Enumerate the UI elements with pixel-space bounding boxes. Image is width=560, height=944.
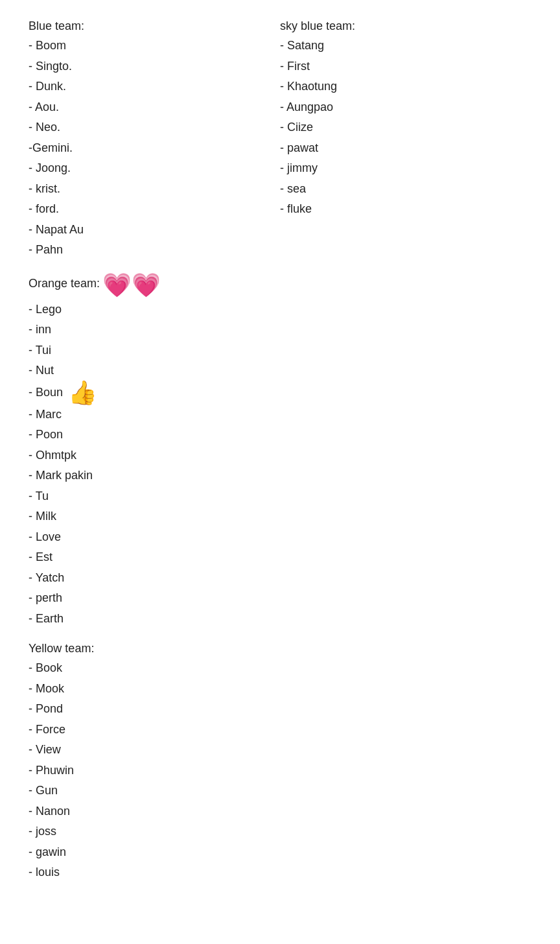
list-item: - Satang <box>280 36 531 56</box>
list-item: - louis <box>29 862 531 883</box>
blue-team-section: Blue team: - Boom - Singto. - Dunk. - Ao… <box>29 19 280 261</box>
list-item: - Poon <box>29 425 531 445</box>
list-item: - Yatch <box>29 568 531 589</box>
list-item: - Phuwin <box>29 761 531 781</box>
list-item: - Love <box>29 527 531 548</box>
list-item: -Gemini. <box>29 138 280 159</box>
list-item: - Neo. <box>29 117 280 138</box>
skyblue-team-title: sky blue team: <box>280 19 531 33</box>
orange-team-title-row: Orange team: 💗💗 <box>29 274 531 297</box>
skyblue-team-column: sky blue team: - Satang - First - Khaotu… <box>280 19 531 274</box>
list-item: - Force <box>29 720 531 740</box>
list-item: - View <box>29 740 531 761</box>
list-item: - joss <box>29 821 531 842</box>
list-item: - fluke <box>280 199 531 220</box>
list-item: - jimmy <box>280 158 531 179</box>
list-item: - Gun <box>29 781 531 801</box>
list-item: - Khaotung <box>280 77 531 97</box>
hearts-emoji: 💗💗 <box>102 274 161 297</box>
list-item: - Boun 👍 <box>29 381 531 405</box>
orange-team-section: Orange team: 💗💗 - Lego - inn - Tui - Nut… <box>29 274 531 630</box>
list-item: - Ciize <box>280 117 531 138</box>
list-item: - pawat <box>280 138 531 159</box>
orange-team-title: Orange team: <box>29 277 100 290</box>
yellow-team-title: Yellow team: <box>29 642 531 655</box>
list-item: - Milk <box>29 506 531 527</box>
list-item: - Mook <box>29 679 531 700</box>
thumbsup-emoji: 👍 <box>68 381 97 405</box>
list-item: - krist. <box>29 179 280 200</box>
list-item: - Nut <box>29 360 531 381</box>
blue-team-title: Blue team: <box>29 19 280 33</box>
skyblue-team-section: sky blue team: - Satang - First - Khaotu… <box>280 19 531 220</box>
list-item: - Pahn <box>29 240 280 261</box>
list-item: - Mark pakin <box>29 466 531 486</box>
list-item: - Dunk. <box>29 77 280 97</box>
blue-team-column: Blue team: - Boom - Singto. - Dunk. - Ao… <box>29 19 280 274</box>
list-item: - Est <box>29 547 531 568</box>
list-item: - First <box>280 56 531 77</box>
list-item: - Lego <box>29 300 531 320</box>
list-item: - ford. <box>29 199 280 220</box>
list-item: - Aou. <box>29 97 280 118</box>
yellow-team-section: Yellow team: - Book - Mook - Pond - Forc… <box>29 642 531 883</box>
list-item: - Marc <box>29 405 531 425</box>
list-item: - perth <box>29 588 531 609</box>
list-item: - Ohmtpk <box>29 445 531 466</box>
list-item: - gawin <box>29 842 531 863</box>
list-item: - Aungpao <box>280 97 531 118</box>
list-item: - Napat Au <box>29 220 280 241</box>
list-item: - sea <box>280 179 531 200</box>
list-item: - Earth <box>29 609 531 630</box>
list-item: - Book <box>29 658 531 679</box>
list-item: - inn <box>29 320 531 340</box>
list-item: - Nanon <box>29 801 531 822</box>
list-item: - Tui <box>29 340 531 361</box>
top-columns: Blue team: - Boom - Singto. - Dunk. - Ao… <box>29 19 531 274</box>
list-item: - Pond <box>29 699 531 720</box>
list-item: - Singto. <box>29 56 280 77</box>
list-item: - Boom <box>29 36 280 56</box>
list-item: - Joong. <box>29 158 280 179</box>
list-item: - Tu <box>29 486 531 507</box>
